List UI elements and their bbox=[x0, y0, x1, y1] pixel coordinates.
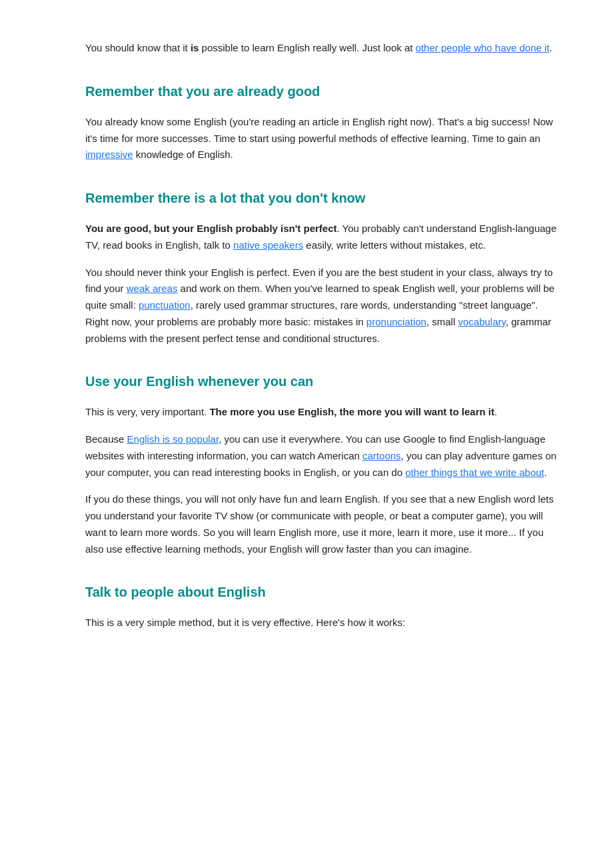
weak-areas-link[interactable]: weak areas bbox=[127, 283, 178, 294]
intro-text-middle: possible to learn English really well. J… bbox=[199, 42, 415, 53]
section-dont-know-p2: You should never think your English is p… bbox=[85, 265, 560, 347]
vocabulary-link[interactable]: vocabulary bbox=[458, 316, 505, 327]
section-use-english-p1: This is very, very important. The more y… bbox=[85, 404, 560, 421]
section-dont-know-p1: You are good, but your English probably … bbox=[85, 221, 560, 254]
intro-bold: is bbox=[191, 42, 199, 53]
intro-text-before: You should know that it bbox=[85, 42, 191, 53]
main-content: You should know that it is possible to l… bbox=[27, 0, 586, 709]
bold-more-you-use: The more you use English, the more you w… bbox=[209, 406, 494, 417]
bold-not-perfect: You are good, but your English probably … bbox=[85, 223, 336, 234]
section-use-english-heading: Use your English whenever you can bbox=[85, 371, 560, 392]
other-things-link[interactable]: other things that we write about bbox=[405, 467, 544, 478]
section-use-english: Use your English whenever you can This i… bbox=[85, 371, 560, 557]
section-talk-people-p1: This is a very simple method, but it is … bbox=[85, 615, 560, 631]
section-talk-people-heading: Talk to people about English bbox=[85, 581, 560, 603]
impressive-link[interactable]: impressive bbox=[85, 149, 133, 160]
intro-text-end: . bbox=[550, 42, 552, 53]
cartoons-link[interactable]: cartoons bbox=[362, 450, 401, 461]
punctuation-link[interactable]: punctuation bbox=[139, 299, 191, 311]
pronunciation-link[interactable]: pronunciation bbox=[366, 316, 426, 327]
section-already-good: Remember that you are already good You a… bbox=[85, 81, 560, 163]
section-already-good-p1: You already know some English (you're re… bbox=[85, 114, 560, 163]
section-dont-know: Remember there is a lot that you don't k… bbox=[85, 187, 560, 347]
section-already-good-heading: Remember that you are already good bbox=[85, 81, 560, 102]
english-popular-link[interactable]: English is so popular bbox=[127, 433, 219, 445]
section-talk-people: Talk to people about English This is a v… bbox=[85, 581, 560, 631]
section-use-english-p2: Because English is so popular, you can u… bbox=[85, 431, 560, 481]
section-dont-know-heading: Remember there is a lot that you don't k… bbox=[85, 187, 560, 209]
intro-paragraph: You should know that it is possible to l… bbox=[85, 40, 560, 57]
other-people-link[interactable]: other people who have done it bbox=[416, 42, 550, 53]
native-speakers-link[interactable]: native speakers bbox=[233, 239, 303, 251]
section-use-english-p3: If you do these things, you will not onl… bbox=[85, 491, 560, 557]
